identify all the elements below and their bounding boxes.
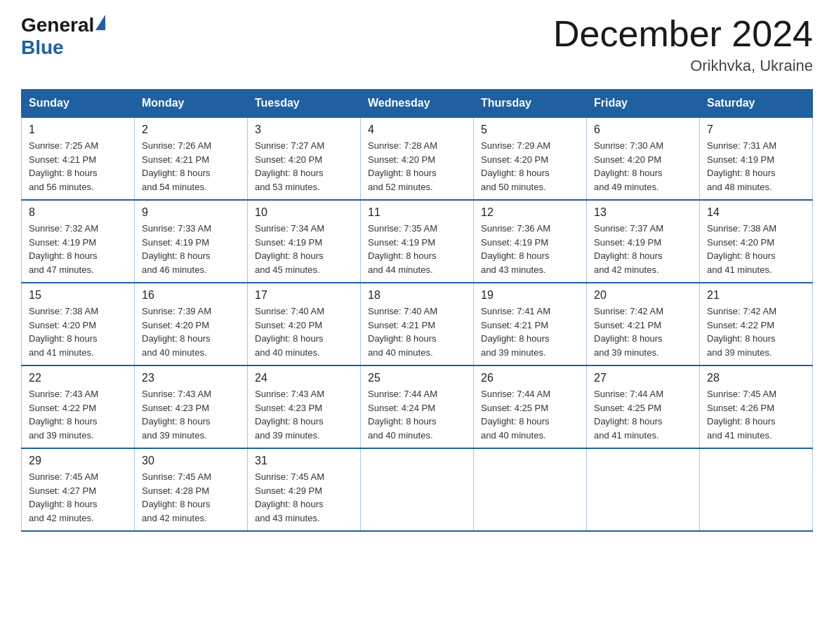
calendar-week-row: 29 Sunrise: 7:45 AM Sunset: 4:27 PM Dayl… — [22, 448, 813, 531]
day-info: Sunrise: 7:45 AM Sunset: 4:26 PM Dayligh… — [707, 387, 805, 442]
header-row: Sunday Monday Tuesday Wednesday Thursday… — [22, 90, 813, 118]
logo-triangle-icon — [95, 15, 105, 30]
day-info: Sunrise: 7:45 AM Sunset: 4:28 PM Dayligh… — [142, 470, 240, 525]
table-row — [700, 448, 813, 531]
day-number: 4 — [368, 123, 466, 136]
month-title: December 2024 — [553, 14, 813, 54]
day-info: Sunrise: 7:38 AM Sunset: 4:20 PM Dayligh… — [707, 222, 805, 276]
day-info: Sunrise: 7:41 AM Sunset: 4:21 PM Dayligh… — [481, 304, 579, 359]
day-number: 27 — [594, 372, 692, 384]
day-info: Sunrise: 7:38 AM Sunset: 4:20 PM Dayligh… — [29, 304, 127, 359]
table-row: 20 Sunrise: 7:42 AM Sunset: 4:21 PM Dayl… — [587, 283, 700, 365]
table-row — [587, 448, 700, 531]
day-info: Sunrise: 7:34 AM Sunset: 4:19 PM Dayligh… — [255, 222, 353, 276]
table-row: 26 Sunrise: 7:44 AM Sunset: 4:25 PM Dayl… — [474, 365, 587, 448]
day-number: 30 — [142, 455, 240, 467]
table-row: 16 Sunrise: 7:39 AM Sunset: 4:20 PM Dayl… — [135, 283, 248, 365]
table-row: 10 Sunrise: 7:34 AM Sunset: 4:19 PM Dayl… — [248, 200, 361, 283]
day-number: 1 — [29, 123, 127, 136]
table-row: 17 Sunrise: 7:40 AM Sunset: 4:20 PM Dayl… — [248, 283, 361, 365]
logo-blue-text: Blue — [21, 36, 105, 59]
header-sunday: Sunday — [22, 90, 135, 118]
day-number: 22 — [29, 372, 127, 384]
table-row: 21 Sunrise: 7:42 AM Sunset: 4:22 PM Dayl… — [700, 283, 813, 365]
calendar-week-row: 22 Sunrise: 7:43 AM Sunset: 4:22 PM Dayl… — [22, 365, 813, 448]
table-row: 18 Sunrise: 7:40 AM Sunset: 4:21 PM Dayl… — [361, 283, 474, 365]
day-info: Sunrise: 7:43 AM Sunset: 4:23 PM Dayligh… — [142, 387, 240, 442]
day-info: Sunrise: 7:42 AM Sunset: 4:21 PM Dayligh… — [594, 304, 692, 359]
table-row: 25 Sunrise: 7:44 AM Sunset: 4:24 PM Dayl… — [361, 365, 474, 448]
header-wednesday: Wednesday — [361, 90, 474, 118]
day-number: 20 — [594, 289, 692, 302]
day-info: Sunrise: 7:44 AM Sunset: 4:25 PM Dayligh… — [481, 387, 579, 442]
title-block: December 2024 Orikhvka, Ukraine — [553, 14, 813, 75]
calendar-week-row: 8 Sunrise: 7:32 AM Sunset: 4:19 PM Dayli… — [22, 200, 813, 283]
day-info: Sunrise: 7:40 AM Sunset: 4:21 PM Dayligh… — [368, 304, 466, 359]
day-info: Sunrise: 7:27 AM Sunset: 4:20 PM Dayligh… — [255, 139, 353, 194]
table-row: 5 Sunrise: 7:29 AM Sunset: 4:20 PM Dayli… — [474, 117, 587, 200]
day-number: 28 — [707, 372, 805, 384]
day-info: Sunrise: 7:42 AM Sunset: 4:22 PM Dayligh… — [707, 304, 805, 359]
day-info: Sunrise: 7:31 AM Sunset: 4:19 PM Dayligh… — [707, 139, 805, 194]
day-number: 29 — [29, 455, 127, 467]
day-info: Sunrise: 7:40 AM Sunset: 4:20 PM Dayligh… — [255, 304, 353, 359]
table-row: 19 Sunrise: 7:41 AM Sunset: 4:21 PM Dayl… — [474, 283, 587, 365]
table-row — [361, 448, 474, 531]
day-info: Sunrise: 7:32 AM Sunset: 4:19 PM Dayligh… — [29, 222, 127, 276]
table-row: 23 Sunrise: 7:43 AM Sunset: 4:23 PM Dayl… — [135, 365, 248, 448]
header-tuesday: Tuesday — [248, 90, 361, 118]
day-info: Sunrise: 7:26 AM Sunset: 4:21 PM Dayligh… — [142, 139, 240, 194]
table-row: 8 Sunrise: 7:32 AM Sunset: 4:19 PM Dayli… — [22, 200, 135, 283]
day-number: 6 — [594, 123, 692, 136]
table-row: 15 Sunrise: 7:38 AM Sunset: 4:20 PM Dayl… — [22, 283, 135, 365]
logo-general-text: General — [21, 14, 94, 36]
table-row: 1 Sunrise: 7:25 AM Sunset: 4:21 PM Dayli… — [22, 117, 135, 200]
location-text: Orikhvka, Ukraine — [553, 57, 813, 75]
calendar-table: Sunday Monday Tuesday Wednesday Thursday… — [21, 89, 813, 532]
day-number: 25 — [368, 372, 466, 384]
calendar-week-row: 1 Sunrise: 7:25 AM Sunset: 4:21 PM Dayli… — [22, 117, 813, 200]
header-monday: Monday — [135, 90, 248, 118]
logo: General Blue — [21, 14, 105, 59]
day-number: 23 — [142, 372, 240, 384]
page-header: General Blue December 2024 Orikhvka, Ukr… — [21, 14, 813, 75]
header-thursday: Thursday — [474, 90, 587, 118]
day-info: Sunrise: 7:29 AM Sunset: 4:20 PM Dayligh… — [481, 139, 579, 194]
table-row: 24 Sunrise: 7:43 AM Sunset: 4:23 PM Dayl… — [248, 365, 361, 448]
day-info: Sunrise: 7:33 AM Sunset: 4:19 PM Dayligh… — [142, 222, 240, 276]
table-row: 27 Sunrise: 7:44 AM Sunset: 4:25 PM Dayl… — [587, 365, 700, 448]
day-info: Sunrise: 7:35 AM Sunset: 4:19 PM Dayligh… — [368, 222, 466, 276]
day-number: 31 — [255, 455, 353, 467]
table-row: 9 Sunrise: 7:33 AM Sunset: 4:19 PM Dayli… — [135, 200, 248, 283]
day-number: 26 — [481, 372, 579, 384]
day-info: Sunrise: 7:45 AM Sunset: 4:27 PM Dayligh… — [29, 470, 127, 525]
table-row: 4 Sunrise: 7:28 AM Sunset: 4:20 PM Dayli… — [361, 117, 474, 200]
day-number: 2 — [142, 123, 240, 136]
table-row: 11 Sunrise: 7:35 AM Sunset: 4:19 PM Dayl… — [361, 200, 474, 283]
day-number: 3 — [255, 123, 353, 136]
day-number: 13 — [594, 206, 692, 219]
day-info: Sunrise: 7:44 AM Sunset: 4:25 PM Dayligh… — [594, 387, 692, 442]
day-number: 5 — [481, 123, 579, 136]
table-row: 12 Sunrise: 7:36 AM Sunset: 4:19 PM Dayl… — [474, 200, 587, 283]
table-row: 2 Sunrise: 7:26 AM Sunset: 4:21 PM Dayli… — [135, 117, 248, 200]
day-number: 18 — [368, 289, 466, 302]
table-row: 3 Sunrise: 7:27 AM Sunset: 4:20 PM Dayli… — [248, 117, 361, 200]
table-row: 31 Sunrise: 7:45 AM Sunset: 4:29 PM Dayl… — [248, 448, 361, 531]
calendar-header: Sunday Monday Tuesday Wednesday Thursday… — [22, 90, 813, 118]
day-info: Sunrise: 7:28 AM Sunset: 4:20 PM Dayligh… — [368, 139, 466, 194]
day-number: 17 — [255, 289, 353, 302]
day-info: Sunrise: 7:43 AM Sunset: 4:22 PM Dayligh… — [29, 387, 127, 442]
day-info: Sunrise: 7:39 AM Sunset: 4:20 PM Dayligh… — [142, 304, 240, 359]
day-number: 21 — [707, 289, 805, 302]
day-number: 7 — [707, 123, 805, 136]
table-row: 22 Sunrise: 7:43 AM Sunset: 4:22 PM Dayl… — [22, 365, 135, 448]
table-row — [474, 448, 587, 531]
day-number: 10 — [255, 206, 353, 219]
day-info: Sunrise: 7:30 AM Sunset: 4:20 PM Dayligh… — [594, 139, 692, 194]
table-row: 30 Sunrise: 7:45 AM Sunset: 4:28 PM Dayl… — [135, 448, 248, 531]
day-info: Sunrise: 7:45 AM Sunset: 4:29 PM Dayligh… — [255, 470, 353, 525]
day-info: Sunrise: 7:44 AM Sunset: 4:24 PM Dayligh… — [368, 387, 466, 442]
table-row: 7 Sunrise: 7:31 AM Sunset: 4:19 PM Dayli… — [700, 117, 813, 200]
day-number: 14 — [707, 206, 805, 219]
